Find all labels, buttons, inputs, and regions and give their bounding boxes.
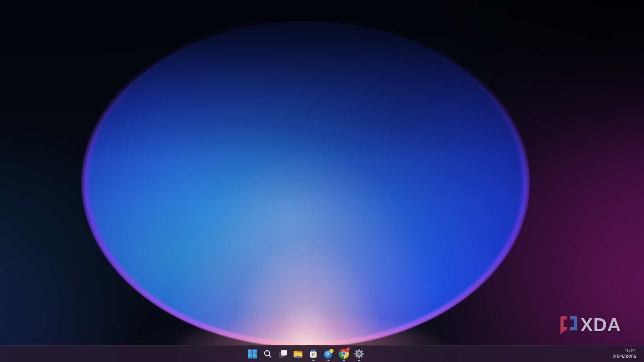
- taskbar: ?: [0, 345, 644, 362]
- running-indicator: [327, 360, 330, 361]
- chrome-badge: [346, 348, 350, 351]
- xda-watermark: XDA: [560, 316, 621, 334]
- task-view-button[interactable]: [275, 346, 290, 362]
- search-icon: [263, 349, 272, 358]
- running-indicator: [358, 360, 360, 361]
- settings-button[interactable]: [351, 346, 366, 362]
- running-indicator: [343, 360, 345, 361]
- chrome-icon: [339, 349, 349, 359]
- svg-text:?: ?: [326, 351, 329, 357]
- running-indicator: [312, 360, 315, 361]
- chrome-button[interactable]: [336, 346, 351, 362]
- clock-time: 15:21: [613, 348, 636, 354]
- start-icon: [247, 349, 257, 359]
- xda-brackets-icon: [560, 316, 577, 334]
- help-app-button[interactable]: ?: [321, 346, 336, 362]
- help-question-icon: ?: [323, 349, 334, 359]
- xda-left-bracket: [560, 316, 567, 330]
- xda-bracket-tail: [560, 330, 566, 334]
- wallpaper-top-shade: [0, 0, 644, 362]
- taskbar-icon-group: ?: [245, 346, 366, 362]
- desktop: XDA: [0, 0, 644, 362]
- file-explorer-icon: [293, 349, 303, 359]
- clock-date: 2024/08/06: [613, 354, 636, 360]
- microsoft-store-button[interactable]: [306, 346, 321, 362]
- microsoft-store-icon: [308, 349, 318, 359]
- start-button[interactable]: [245, 346, 260, 362]
- taskbar-clock[interactable]: 15:21 2024/08/06: [613, 348, 636, 360]
- search-button[interactable]: [260, 346, 275, 362]
- xda-logo-text: XDA: [580, 316, 621, 334]
- settings-gear-icon: [354, 349, 364, 359]
- file-explorer-button[interactable]: [290, 346, 306, 362]
- task-view-icon: [278, 349, 288, 358]
- xda-right-bracket: [570, 316, 577, 330]
